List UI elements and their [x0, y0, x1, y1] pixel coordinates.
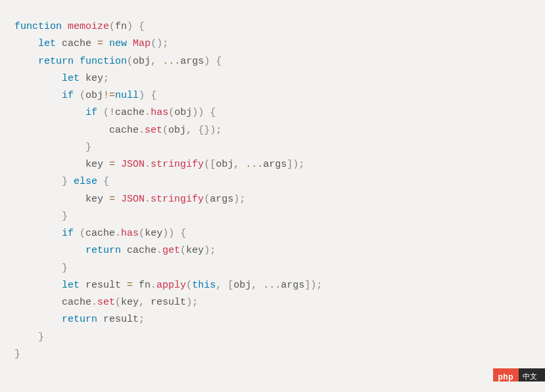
- cn-badge: 中文: [519, 368, 545, 381]
- watermark: php中文: [493, 368, 546, 381]
- code-block: function memoize(fn) { let cache = new M…: [0, 0, 545, 392]
- code-content: function memoize(fn) { let cache = new M…: [14, 21, 322, 360]
- php-badge: php: [493, 368, 519, 381]
